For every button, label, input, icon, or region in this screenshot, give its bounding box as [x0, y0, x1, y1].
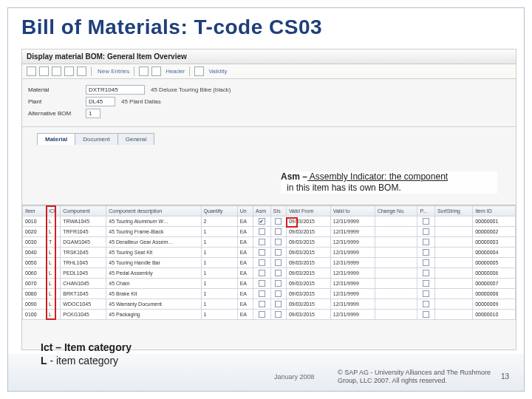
- p-checkbox[interactable]: [423, 239, 429, 245]
- divider: [91, 66, 92, 76]
- sap-window: Display material BOM: General Item Overv…: [21, 49, 516, 350]
- header-form: Material DXTR1045 45 Deluxe Touring Bike…: [22, 79, 516, 127]
- table-header-row: Item ICt Component Component description…: [23, 206, 516, 216]
- tab-document[interactable]: Document: [75, 133, 117, 145]
- tab-material[interactable]: Material: [37, 133, 75, 145]
- toolbar-icon-4[interactable]: [64, 66, 74, 76]
- p-checkbox[interactable]: [423, 270, 429, 276]
- sis-checkbox[interactable]: [275, 270, 282, 276]
- asm-checkbox[interactable]: [259, 249, 265, 256]
- plant-label: Plant: [28, 98, 86, 105]
- p-checkbox[interactable]: [423, 290, 429, 297]
- altbom-label: Alternative BOM: [28, 110, 86, 117]
- window-title: Display material BOM: General Item Overv…: [22, 50, 516, 64]
- annotation-asm: Asm – Assembly Indicator: the component …: [281, 171, 497, 194]
- sis-checkbox[interactable]: [275, 228, 282, 235]
- plant-field[interactable]: DL45: [86, 97, 115, 106]
- annotation-ict: Ict – Item category L - item category: [41, 341, 132, 367]
- asm-checkbox[interactable]: [259, 259, 265, 266]
- sis-checkbox[interactable]: [275, 311, 282, 318]
- p-checkbox[interactable]: [423, 259, 429, 266]
- p-checkbox[interactable]: [423, 249, 429, 256]
- p-checkbox[interactable]: [423, 228, 429, 235]
- asm-checkbox[interactable]: [259, 270, 265, 276]
- new-entries-button[interactable]: New Entries: [98, 68, 129, 75]
- col-component[interactable]: Component: [61, 206, 106, 216]
- p-checkbox[interactable]: [423, 301, 429, 307]
- bom-grid: Item ICt Component Component description…: [22, 205, 516, 320]
- asm-checkbox[interactable]: [259, 311, 265, 318]
- toolbar-icon-5[interactable]: [139, 66, 149, 76]
- toolbar-icon-6[interactable]: [151, 66, 161, 76]
- sis-checkbox[interactable]: [275, 249, 282, 256]
- bom-table[interactable]: Item ICt Component Component description…: [22, 205, 516, 320]
- table-row[interactable]: 0080LBRKT104545 Brake Kit1EA09/03/201512…: [23, 289, 516, 299]
- asm-checkbox[interactable]: [259, 239, 265, 245]
- col-p[interactable]: P...: [417, 206, 435, 216]
- asm-checkbox[interactable]: [259, 301, 265, 307]
- p-checkbox[interactable]: [423, 218, 429, 225]
- col-qty[interactable]: Quantity: [201, 206, 237, 216]
- col-ict[interactable]: ICt: [47, 206, 61, 216]
- table-row[interactable]: 0100LPCKG104545 Packaging1EA09/03/201512…: [23, 310, 516, 320]
- footer-copyright: © SAP AG - University Alliances and The …: [338, 369, 493, 385]
- sis-checkbox[interactable]: [275, 280, 282, 287]
- col-changeno[interactable]: Change No.: [375, 206, 417, 216]
- sis-checkbox[interactable]: [275, 218, 282, 225]
- table-row[interactable]: 0030TDGAM104545 Derailleur Gear Assem…1E…: [23, 237, 516, 248]
- col-un[interactable]: Un: [237, 206, 253, 216]
- slide-title: Bill of Materials: T-code CS03: [21, 16, 322, 39]
- material-desc: 45 Deluxe Touring Bike (black): [151, 86, 231, 93]
- col-validto[interactable]: Valid to: [330, 206, 375, 216]
- table-row[interactable]: 0020LTRFR104545 Touring Frame-Black1EA09…: [23, 227, 516, 237]
- table-row[interactable]: 0070LCHAN104545 Chain1EA09/03/201512/31/…: [23, 279, 516, 289]
- footer-date: January 2008: [274, 373, 315, 381]
- tab-general[interactable]: General: [117, 133, 154, 145]
- table-row[interactable]: 0050LTRHL104545 Touring Handle Bar1EA09/…: [23, 258, 516, 268]
- asm-checkbox[interactable]: [259, 280, 265, 287]
- footer-page-number: 13: [501, 372, 509, 381]
- toolbar-icon-3[interactable]: [52, 66, 61, 76]
- header-button[interactable]: Header: [166, 68, 185, 75]
- plant-desc: 45 Plant Dallas: [121, 98, 161, 105]
- validity-icon[interactable]: [194, 66, 204, 76]
- slide-frame: Bill of Materials: T-code CS03 Display m…: [7, 7, 525, 392]
- table-row[interactable]: 0040LTRSK104545 Touring Seat Kit1EA09/03…: [23, 248, 516, 258]
- sis-checkbox[interactable]: [275, 259, 282, 266]
- material-field[interactable]: DXTR1045: [86, 85, 145, 95]
- toolbar: New Entries Header Validity: [22, 64, 516, 79]
- table-row[interactable]: 0090LWDOC104545 Warranty Document1EA09/0…: [23, 299, 516, 310]
- table-row[interactable]: 0010LTRWA104545 Touring Aluminum W…2EA09…: [23, 216, 516, 227]
- altbom-field[interactable]: 1: [86, 109, 100, 118]
- col-itemid[interactable]: Item ID: [473, 206, 516, 216]
- divider: [189, 66, 190, 76]
- asm-checkbox[interactable]: [259, 218, 265, 225]
- col-desc[interactable]: Component description: [106, 206, 201, 216]
- toolbar-icon-2[interactable]: [39, 66, 49, 76]
- p-checkbox[interactable]: [423, 311, 429, 318]
- toolbar-icon-subitems[interactable]: [77, 66, 86, 76]
- col-validfrom[interactable]: Valid From: [286, 206, 330, 216]
- col-item[interactable]: Item: [23, 206, 47, 216]
- validity-button[interactable]: Validity: [208, 68, 227, 75]
- asm-checkbox[interactable]: [259, 228, 265, 235]
- toolbar-icon-1[interactable]: [27, 66, 36, 76]
- sis-checkbox[interactable]: [275, 239, 282, 245]
- table-row[interactable]: 0060LPEDL104545 Pedal Assembly1EA09/03/2…: [23, 268, 516, 279]
- sis-checkbox[interactable]: [275, 301, 282, 307]
- tab-strip: Material Document General: [22, 133, 516, 145]
- asm-checkbox[interactable]: [259, 290, 265, 297]
- divider: [134, 66, 134, 76]
- sis-checkbox[interactable]: [275, 290, 282, 297]
- col-asm[interactable]: Asm: [253, 206, 271, 216]
- p-checkbox[interactable]: [423, 280, 429, 287]
- col-sis[interactable]: SIs: [270, 206, 286, 216]
- material-label: Material: [28, 86, 86, 93]
- col-sortstring[interactable]: SortString: [434, 206, 472, 216]
